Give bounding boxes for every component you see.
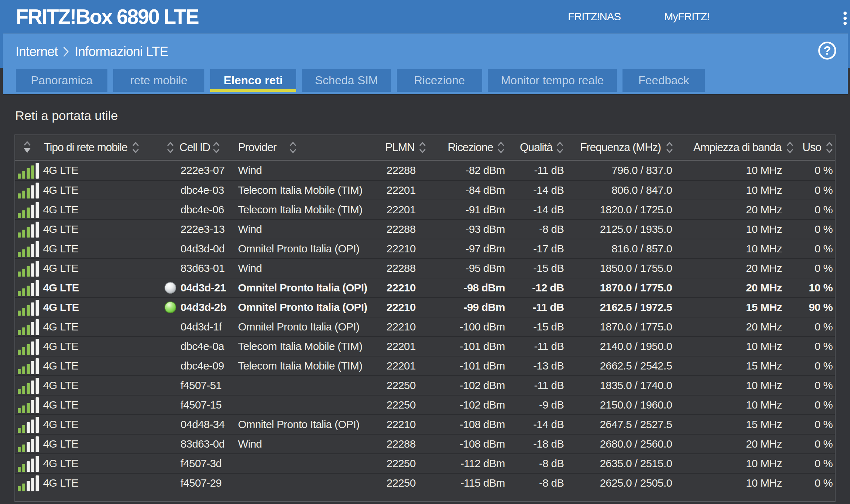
cell-provider: Wind bbox=[236, 259, 373, 278]
cell-frequenza: 2150.0 / 1960.0 bbox=[572, 396, 681, 414]
cell-provider: Telecom Italia Mobile (TIM) bbox=[236, 181, 373, 200]
table-row-f4507-51: 4G LTEf4507-5122250-102 dBm-11 dB1835.0 … bbox=[15, 375, 835, 395]
cell-plmn: 22210 bbox=[373, 317, 431, 336]
cell-uso: 0 % bbox=[804, 337, 835, 356]
cell-ampiezza: 20 MHz bbox=[681, 317, 804, 336]
table-header-row: Tipo di rete mobile Cell ID Provider PLM… bbox=[15, 135, 835, 161]
column-header-label: Uso bbox=[802, 141, 821, 154]
cell-ricezione: -82 dBm bbox=[431, 161, 514, 180]
link-myfritz[interactable]: MyFRITZ! bbox=[664, 0, 709, 33]
section-heading: Reti a portata utile bbox=[15, 108, 118, 123]
column-header-label: Ricezione bbox=[448, 141, 493, 154]
signal-strength-icon bbox=[14, 415, 42, 434]
cell-plmn: 22288 bbox=[373, 220, 431, 239]
cell-cell-id: 04d3d-21 bbox=[179, 278, 236, 297]
column-header-frequenza[interactable]: Frequenza (MHz) bbox=[572, 135, 681, 160]
column-header-ricezione[interactable]: Ricezione bbox=[431, 135, 514, 160]
cell-network-type: 4G LTE bbox=[42, 220, 162, 239]
cell-ricezione: -98 dBm bbox=[431, 278, 514, 297]
cell-uso: 90 % bbox=[804, 298, 835, 317]
cell-uso: 0 % bbox=[804, 454, 835, 473]
cell-qualita: -14 dB bbox=[514, 415, 572, 434]
tab-label: Scheda SIM bbox=[315, 74, 378, 87]
cell-status-empty bbox=[162, 435, 179, 453]
cell-network-type: 4G LTE bbox=[42, 376, 162, 395]
tab-monitor-tempo-reale[interactable]: Monitor tempo reale bbox=[488, 69, 617, 92]
tab-ricezione[interactable]: Ricezione bbox=[397, 69, 482, 92]
signal-strength-icon bbox=[14, 356, 42, 375]
cell-provider: Omnitel Pronto Italia (OPI) bbox=[236, 298, 373, 317]
cell-ampiezza: 10 MHz bbox=[681, 181, 804, 200]
help-icon[interactable]: ? bbox=[817, 41, 837, 60]
cell-status-empty bbox=[162, 337, 179, 356]
cell-provider: Telecom Italia Mobile (TIM) bbox=[236, 337, 373, 356]
breadcrumb-item-internet[interactable]: Internet bbox=[16, 44, 58, 59]
column-header-ball[interactable] bbox=[162, 135, 179, 160]
tab-panoramica[interactable]: Panoramica bbox=[16, 69, 107, 92]
cell-plmn: 22288 bbox=[373, 161, 431, 180]
cell-status-empty bbox=[162, 239, 179, 258]
column-header-label: Cell ID bbox=[179, 141, 210, 154]
tab-feedback[interactable]: Feedback bbox=[622, 69, 705, 92]
cell-network-type: 4G LTE bbox=[42, 239, 162, 258]
kebab-menu-icon[interactable] bbox=[839, 7, 850, 30]
column-header-ampiezza[interactable]: Ampiezza di banda bbox=[681, 135, 804, 160]
tab-rete-mobile[interactable]: rete mobile bbox=[113, 69, 204, 92]
sort-carets-icon bbox=[132, 140, 140, 155]
cell-status-empty bbox=[162, 356, 179, 375]
link-fritznas[interactable]: FRITZ!NAS bbox=[568, 0, 621, 33]
cell-network-type: 4G LTE bbox=[42, 317, 162, 336]
cell-network-type: 4G LTE bbox=[42, 200, 162, 219]
cell-frequenza: 2662.5 / 2542.5 bbox=[572, 356, 681, 375]
cell-qualita: -11 dB bbox=[514, 298, 572, 317]
cell-status-empty bbox=[162, 415, 179, 434]
cell-provider: Omnitel Pronto Italia (OPI) bbox=[236, 278, 373, 297]
status-ball-green-icon bbox=[162, 298, 179, 317]
signal-strength-icon bbox=[14, 239, 42, 258]
sort-carets-icon bbox=[825, 140, 833, 155]
column-header-plmn[interactable]: PLMN bbox=[373, 135, 431, 160]
cell-frequenza: 1850.0 / 1755.0 bbox=[572, 259, 681, 278]
column-header-provider[interactable]: Provider bbox=[236, 135, 373, 160]
cell-uso: 0 % bbox=[804, 474, 835, 492]
signal-strength-icon bbox=[14, 298, 42, 317]
cell-frequenza: 2125.0 / 1935.0 bbox=[572, 220, 681, 239]
cell-plmn: 22201 bbox=[373, 337, 431, 356]
column-header-uso[interactable]: Uso bbox=[804, 135, 835, 160]
cell-ricezione: -95 dBm bbox=[431, 259, 514, 278]
cell-frequenza: 2635.0 / 2515.0 bbox=[572, 454, 681, 473]
tab-elenco-reti[interactable]: Elenco reti bbox=[210, 69, 296, 92]
cell-plmn: 22210 bbox=[373, 278, 431, 297]
cell-status-empty bbox=[162, 454, 179, 473]
cell-network-type: 4G LTE bbox=[42, 181, 162, 200]
column-header-qualita[interactable]: Qualità bbox=[514, 135, 572, 160]
cell-ampiezza: 15 MHz bbox=[681, 415, 804, 434]
column-header-tipo[interactable]: Tipo di rete mobile bbox=[42, 135, 162, 160]
cell-provider bbox=[236, 454, 373, 473]
cell-uso: 0 % bbox=[804, 317, 835, 336]
cell-cell-id: 04d3d-0d bbox=[179, 239, 236, 258]
column-header-label: Frequenza (MHz) bbox=[580, 141, 661, 154]
cell-uso: 0 % bbox=[804, 259, 835, 278]
cell-uso: 0 % bbox=[804, 356, 835, 375]
sort-carets-icon bbox=[556, 140, 564, 155]
table-row-04d3d-1f: 4G LTE04d3d-1fOmnitel Pronto Italia (OPI… bbox=[15, 317, 835, 336]
table-row-222e3-13: 4G LTE222e3-13Wind22288-93 dBm-8 dB2125.… bbox=[15, 219, 835, 239]
cell-provider: Omnitel Pronto Italia (OPI) bbox=[236, 415, 373, 434]
tab-scheda-sim[interactable]: Scheda SIM bbox=[302, 69, 391, 92]
signal-strength-icon bbox=[14, 278, 42, 297]
tab-label: Monitor tempo reale bbox=[501, 74, 604, 87]
table-row-f4507-3d: 4G LTEf4507-3d22250-112 dBm-8 dB2635.0 /… bbox=[15, 453, 835, 473]
cell-status-empty bbox=[162, 474, 179, 492]
cell-ricezione: -102 dBm bbox=[431, 396, 514, 414]
column-header-cellid[interactable]: Cell ID bbox=[179, 135, 236, 160]
cell-plmn: 22250 bbox=[373, 396, 431, 414]
breadcrumb-item-informazioni-lte[interactable]: Informazioni LTE bbox=[75, 44, 168, 59]
cell-uso: 0 % bbox=[804, 376, 835, 395]
cell-cell-id: dbc4e-06 bbox=[179, 200, 236, 219]
chevron-right-icon bbox=[63, 46, 69, 57]
cell-ricezione: -97 dBm bbox=[431, 239, 514, 258]
cell-cell-id: f4507-51 bbox=[179, 376, 236, 395]
signal-strength-icon bbox=[14, 474, 42, 492]
column-header-signal[interactable] bbox=[15, 135, 42, 160]
